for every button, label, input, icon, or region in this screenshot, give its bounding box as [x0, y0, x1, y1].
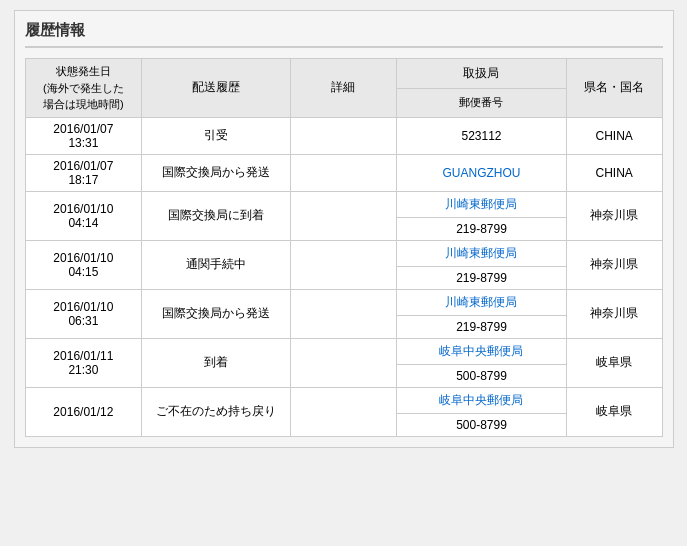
detail-cell — [290, 387, 396, 436]
history-cell: 到着 — [142, 338, 291, 387]
col-date-header: 状態発生日(海外で発生した場合は現地時間) — [25, 59, 142, 118]
detail-cell — [290, 240, 396, 289]
postal-cell: 500-8799 — [397, 413, 567, 436]
table-row: 2016/01/10 06:31国際交換局から発送川崎東郵便局神奈川県 — [25, 289, 662, 315]
postal-cell: 219-8799 — [397, 315, 567, 338]
date-cell: 2016/01/10 04:15 — [25, 240, 142, 289]
office-cell: GUANGZHOU — [397, 154, 567, 191]
prefecture-cell: 神奈川県 — [566, 289, 662, 338]
history-cell: ご不在のため持ち戻り — [142, 387, 291, 436]
table-row: 2016/01/10 04:15通関手続中川崎東郵便局神奈川県 — [25, 240, 662, 266]
main-container: 履歴情報 状態発生日(海外で発生した場合は現地時間) 配送履歴 詳細 取扱局 県… — [14, 10, 674, 448]
prefecture-cell: 岐阜県 — [566, 338, 662, 387]
office-cell: 岐阜中央郵便局 — [397, 338, 567, 364]
col-detail-header: 詳細 — [290, 59, 396, 118]
office-cell: 523112 — [397, 117, 567, 154]
date-cell: 2016/01/10 06:31 — [25, 289, 142, 338]
history-cell: 通関手続中 — [142, 240, 291, 289]
office-cell: 川崎東郵便局 — [397, 191, 567, 217]
office-cell: 川崎東郵便局 — [397, 289, 567, 315]
table-row: 2016/01/10 04:14国際交換局に到着川崎東郵便局神奈川県 — [25, 191, 662, 217]
postal-cell: 219-8799 — [397, 217, 567, 240]
date-cell: 2016/01/07 18:17 — [25, 154, 142, 191]
detail-cell — [290, 154, 396, 191]
detail-cell — [290, 289, 396, 338]
history-cell: 国際交換局に到着 — [142, 191, 291, 240]
date-cell: 2016/01/11 21:30 — [25, 338, 142, 387]
postal-cell: 219-8799 — [397, 266, 567, 289]
date-cell: 2016/01/07 13:31 — [25, 117, 142, 154]
prefecture-cell: CHINA — [566, 154, 662, 191]
prefecture-cell: 神奈川県 — [566, 240, 662, 289]
prefecture-cell: CHINA — [566, 117, 662, 154]
table-row: 2016/01/11 21:30到着岐阜中央郵便局岐阜県 — [25, 338, 662, 364]
history-cell: 引受 — [142, 117, 291, 154]
postal-cell: 500-8799 — [397, 364, 567, 387]
date-cell: 2016/01/12 — [25, 387, 142, 436]
col-prefecture-header: 県名・国名 — [566, 59, 662, 118]
detail-cell — [290, 338, 396, 387]
office-cell: 川崎東郵便局 — [397, 240, 567, 266]
col-postal-header: 郵便番号 — [397, 89, 567, 117]
history-cell: 国際交換局から発送 — [142, 154, 291, 191]
date-cell: 2016/01/10 04:14 — [25, 191, 142, 240]
history-table: 状態発生日(海外で発生した場合は現地時間) 配送履歴 詳細 取扱局 県名・国名 … — [25, 58, 663, 437]
table-row: 2016/01/12ご不在のため持ち戻り岐阜中央郵便局岐阜県 — [25, 387, 662, 413]
col-office-top-header: 取扱局 — [397, 59, 567, 89]
history-cell: 国際交換局から発送 — [142, 289, 291, 338]
section-title: 履歴情報 — [25, 21, 663, 48]
col-history-header: 配送履歴 — [142, 59, 291, 118]
prefecture-cell: 岐阜県 — [566, 387, 662, 436]
prefecture-cell: 神奈川県 — [566, 191, 662, 240]
detail-cell — [290, 117, 396, 154]
office-cell: 岐阜中央郵便局 — [397, 387, 567, 413]
detail-cell — [290, 191, 396, 240]
table-row: 2016/01/07 18:17国際交換局から発送GUANGZHOUCHINA — [25, 154, 662, 191]
table-row: 2016/01/07 13:31引受523112CHINA — [25, 117, 662, 154]
